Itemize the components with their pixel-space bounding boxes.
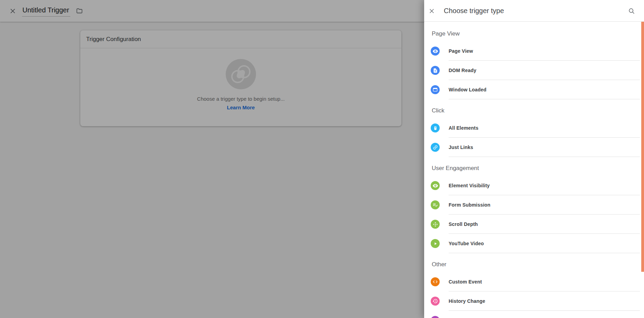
trigger-item-label: Page View xyxy=(449,48,473,54)
trigger-item-label: History Change xyxy=(449,298,485,304)
trigger-item-dom-ready[interactable]: DOM Ready xyxy=(424,61,644,80)
section-title: Other xyxy=(424,261,644,268)
trigger-item-youtube-video[interactable]: YouTube Video xyxy=(424,234,644,253)
gtm-trigger-editor: Untitled Trigger Trigger Configuration C… xyxy=(0,0,644,318)
trigger-type-list: Page View Page View DOM Ready Window Loa… xyxy=(424,22,644,318)
panel-header: Choose trigger type xyxy=(424,0,644,22)
trigger-item-label: YouTube Video xyxy=(449,241,484,246)
trigger-item-label: DOM Ready xyxy=(449,68,476,73)
trigger-item-window-loaded[interactable]: Window Loaded xyxy=(424,80,644,99)
trigger-item-just-links[interactable]: Just Links xyxy=(424,138,644,157)
history-icon xyxy=(431,297,440,306)
dim-overlay xyxy=(0,0,424,318)
trigger-item-label: Custom Event xyxy=(449,279,482,285)
section-title: User Engagement xyxy=(424,165,644,172)
window-icon xyxy=(431,85,440,94)
search-icon[interactable] xyxy=(627,7,636,16)
trigger-item-partial[interactable] xyxy=(424,311,644,318)
trigger-item-scroll-depth[interactable]: Scroll Depth xyxy=(424,215,644,234)
form-check-icon xyxy=(431,200,440,209)
trigger-item-all-elements[interactable]: All Elements xyxy=(424,118,644,138)
scrollbar-thumb[interactable] xyxy=(641,22,644,272)
trigger-item-label: Element Visibility xyxy=(449,183,490,188)
trigger-item-label: Scroll Depth xyxy=(449,221,478,227)
trigger-section: User Engagement Element Visibility Form … xyxy=(424,165,644,253)
trigger-section: Page View Page View DOM Ready Window Loa… xyxy=(424,30,644,99)
trigger-item-page-view[interactable]: Page View xyxy=(424,41,644,61)
scroll-arrows-icon xyxy=(431,220,440,229)
mouse-icon xyxy=(431,123,440,132)
trigger-item-element-visibility[interactable]: Element Visibility xyxy=(424,176,644,195)
close-icon[interactable] xyxy=(427,7,436,16)
trigger-item-label: All Elements xyxy=(449,125,478,131)
eye-icon xyxy=(431,181,440,190)
trigger-item-label: Window Loaded xyxy=(449,87,487,92)
partial-circle-icon xyxy=(431,316,440,318)
trigger-item-label: Just Links xyxy=(449,145,473,150)
document-icon xyxy=(431,66,440,75)
trigger-item-form-submission[interactable]: Form Submission xyxy=(424,195,644,215)
trigger-item-custom-event[interactable]: Custom Event xyxy=(424,272,644,291)
choose-trigger-type-panel: Choose trigger type Page View Page View … xyxy=(424,0,644,318)
trigger-section: Click All Elements Just Links xyxy=(424,107,644,157)
eye-icon xyxy=(431,47,440,56)
trigger-section: Other Custom Event History Change xyxy=(424,261,644,318)
link-icon xyxy=(431,143,440,152)
panel-title: Choose trigger type xyxy=(444,0,504,22)
section-title: Page View xyxy=(424,30,644,38)
trigger-item-history-change[interactable]: History Change xyxy=(424,291,644,311)
code-icon xyxy=(431,277,440,286)
section-title: Click xyxy=(424,107,644,115)
trigger-item-label: Form Submission xyxy=(449,202,490,208)
play-icon xyxy=(431,239,440,248)
